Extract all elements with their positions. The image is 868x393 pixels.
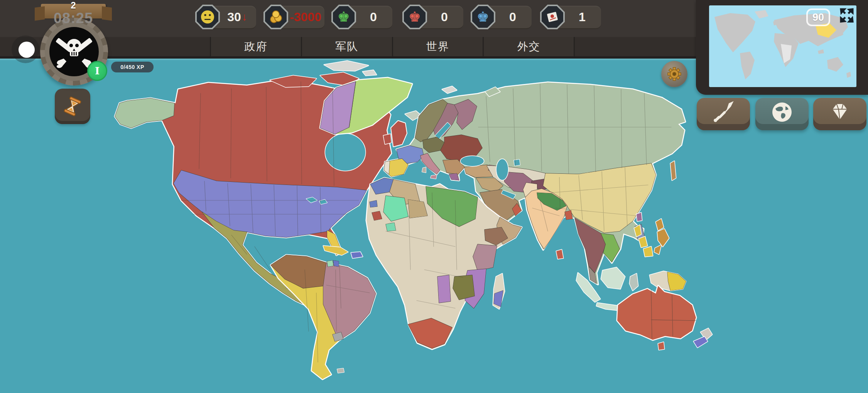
zoom-level-badge: 90	[806, 8, 830, 26]
turn-number: 2	[58, 0, 89, 11]
ivory-coast[interactable]	[386, 223, 396, 231]
turn-timer: 08:25	[46, 10, 100, 27]
papua-east[interactable]	[667, 272, 686, 291]
bangladesh[interactable]	[565, 210, 572, 220]
guyana[interactable]	[327, 260, 333, 267]
sword-icon	[711, 100, 736, 124]
banner-wing-right	[102, 6, 112, 21]
crown-blue-value: 0	[509, 10, 516, 24]
crown-blue-icon: ♚	[472, 6, 494, 28]
military-button[interactable]	[697, 98, 750, 130]
hispaniola[interactable]	[351, 252, 363, 258]
premium-diamond-button[interactable]	[813, 98, 866, 130]
tab-world[interactable]: 世界	[392, 37, 483, 56]
australia[interactable]	[617, 286, 696, 340]
minimap[interactable]: 90	[709, 5, 856, 87]
crown-green-value: 0	[370, 10, 377, 24]
suriname[interactable]	[333, 260, 339, 267]
ireland[interactable]	[383, 134, 391, 144]
sri-lanka[interactable]	[556, 250, 563, 259]
arctic-islands-white[interactable]	[324, 61, 377, 76]
settings-button[interactable]	[661, 61, 687, 87]
fullscreen-expand-icon[interactable]	[839, 7, 855, 25]
tasmania[interactable]	[658, 342, 664, 350]
cuba[interactable]	[323, 246, 348, 255]
tab-diplomacy[interactable]: 外交	[483, 37, 575, 56]
minimap-north-america	[714, 13, 755, 52]
hudson-bay[interactable]	[325, 134, 365, 171]
end-turn-hourglass-button[interactable]	[55, 89, 90, 124]
xp-progress: 0/450 XP	[111, 62, 154, 72]
black-sea[interactable]	[461, 156, 484, 166]
smiley-icon	[197, 6, 218, 28]
globe-icon	[770, 100, 794, 124]
kenya-tanzania[interactable]	[473, 244, 497, 270]
aral-sea[interactable]	[514, 160, 520, 166]
sakhalin[interactable]	[670, 161, 676, 180]
flag-icon	[542, 6, 563, 28]
caspian-sea[interactable]	[496, 159, 508, 180]
crown-red-icon: ♚	[404, 6, 426, 28]
minimap-indonesia	[818, 49, 824, 54]
minimap-new-zealand	[846, 72, 851, 78]
minimap-south-america	[740, 52, 755, 79]
minimap-world	[709, 5, 856, 87]
gear-icon	[667, 66, 682, 82]
minimap-panel: 90	[696, 0, 868, 95]
japan[interactable]	[654, 219, 669, 254]
sulawesi[interactable]	[630, 274, 638, 291]
sardinia[interactable]	[422, 167, 426, 173]
borneo[interactable]	[601, 267, 625, 289]
crown-red-value: 0	[441, 10, 448, 24]
game-screen: 政府 军队 世界 外交 30 ↓ -3000	[0, 0, 868, 393]
world-globe-button[interactable]	[755, 98, 809, 130]
notification-dot[interactable]	[19, 42, 35, 58]
uk[interactable]	[391, 121, 407, 146]
flags-value: 1	[579, 10, 586, 24]
sicily[interactable]	[431, 175, 437, 179]
tab-government[interactable]: 政府	[210, 37, 301, 56]
diamond-icon	[827, 101, 852, 124]
gold-value: -3000	[290, 10, 321, 24]
taiwan[interactable]	[637, 213, 642, 221]
banner-wing-left	[35, 6, 45, 21]
falklands[interactable]	[337, 368, 344, 373]
svalbard[interactable]	[442, 86, 457, 93]
coins-icon	[265, 6, 287, 28]
minimap-australia	[827, 57, 843, 72]
crown-green-icon: ♚	[333, 6, 355, 28]
tab-army[interactable]: 军队	[301, 37, 392, 56]
minimap-greenland	[755, 10, 768, 18]
angola[interactable]	[437, 275, 451, 303]
zoom-value: 90	[812, 12, 824, 24]
happiness-trend-down-icon: ↓	[242, 11, 247, 23]
new-zealand-south[interactable]	[694, 337, 708, 348]
happiness-value: 30	[227, 10, 241, 24]
level-badge[interactable]: I	[87, 61, 107, 81]
hourglass-icon	[61, 95, 84, 118]
